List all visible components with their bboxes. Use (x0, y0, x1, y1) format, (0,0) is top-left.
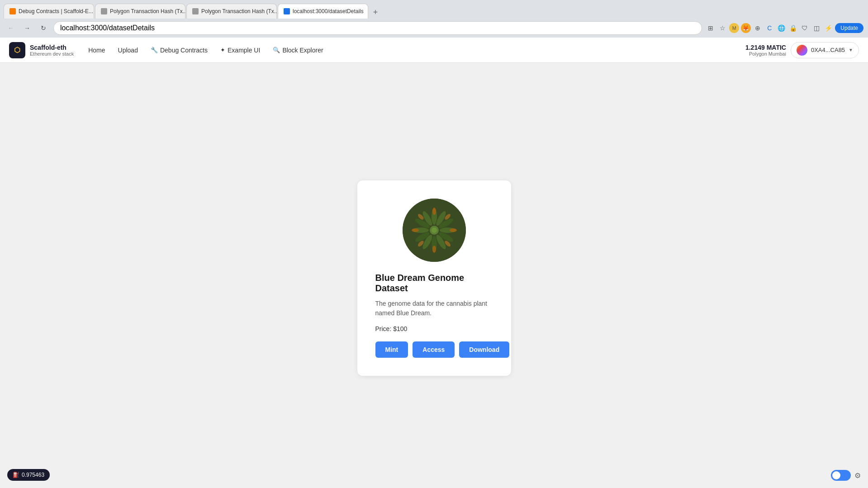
new-tab-button[interactable]: + (369, 6, 382, 19)
wallet-address: 0XA4...CA85 (811, 47, 845, 53)
address-bar[interactable]: localhost:3000/datasetDetails (53, 21, 702, 35)
tab-2[interactable]: Polygon Transaction Hash (Tx... ✕ (95, 4, 185, 19)
address-bar-row: ← → ↻ localhost:3000/datasetDetails ⊞ ☆ … (0, 19, 868, 38)
gas-value: 0.975463 (22, 472, 44, 478)
nav-example[interactable]: ✦ Example UI (215, 44, 266, 57)
gas-badge[interactable]: ⛽ 0.975463 (7, 469, 50, 481)
card-image (403, 199, 466, 262)
tab-1-label: Debug Contracts | Scaffold-E... (19, 8, 93, 14)
dataset-card: Blue Dream Genome Dataset The genome dat… (357, 180, 511, 376)
main-content: Blue Dream Genome Dataset The genome dat… (0, 63, 868, 488)
update-button[interactable]: Update (835, 23, 863, 33)
brand-name: Scaffold-eth (30, 44, 74, 51)
app-navbar: ⬡ Scaffold-eth Ethereum dev stack Home U… (0, 38, 868, 63)
bookmark-icon[interactable]: ☆ (717, 23, 727, 33)
tab-3[interactable]: Polygon Transaction Hash (Tx... ✕ (186, 4, 277, 19)
nav-upload[interactable]: Upload (113, 44, 143, 57)
tab-1[interactable]: Debug Contracts | Scaffold-E... ✕ (4, 4, 94, 19)
nav-explorer-label: Block Explorer (282, 47, 323, 54)
nav-debug-label: Debug Contracts (160, 47, 208, 54)
matic-network: Polygon Mumbai (745, 51, 786, 57)
settings-icon[interactable]: ⚙ (854, 471, 861, 480)
brand-logo-area[interactable]: ⬡ Scaffold-eth Ethereum dev stack (9, 42, 74, 58)
brand-text: Scaffold-eth Ethereum dev stack (30, 44, 74, 57)
url-text: localhost:3000/datasetDetails (60, 24, 155, 32)
svg-point-23 (432, 227, 437, 233)
nav-home[interactable]: Home (83, 44, 110, 57)
access-button[interactable]: Access (413, 341, 455, 358)
toggle-knob (832, 471, 840, 479)
forward-button[interactable]: → (21, 22, 33, 34)
ext-5[interactable]: 🌐 (776, 23, 786, 33)
ext-3[interactable]: ⊕ (753, 23, 763, 33)
tab-4-favicon (284, 8, 290, 14)
card-description: The genome data for the cannabis plant n… (375, 299, 493, 318)
explorer-icon: 🔍 (273, 47, 280, 53)
brand-sub: Ethereum dev stack (30, 51, 74, 57)
card-price: Price: $100 (375, 325, 408, 332)
example-icon: ✦ (220, 47, 225, 53)
wallet-button[interactable]: 0XA4...CA85 ▼ (791, 42, 859, 58)
theme-toggle[interactable] (831, 470, 851, 481)
tab-3-label: Polygon Transaction Hash (Tx... (201, 8, 277, 14)
svg-point-14 (432, 208, 436, 215)
card-buttons: Mint Access Download (375, 341, 510, 358)
wallet-section: 1.2149 MATIC Polygon Mumbai 0XA4...CA85 … (745, 42, 859, 58)
tab-3-favicon (192, 8, 199, 14)
extensions-icon[interactable]: ⊞ (706, 23, 716, 33)
brand-icon: ⬡ (9, 42, 25, 58)
reload-button[interactable]: ↻ (37, 22, 50, 34)
ext-7[interactable]: 🛡 (800, 23, 810, 33)
debug-icon: 🔧 (151, 47, 158, 53)
nav-explorer[interactable]: 🔍 Block Explorer (267, 44, 328, 57)
tab-4[interactable]: localhost:3000/datasetDetails ✕ (278, 4, 368, 19)
nav-debug[interactable]: 🔧 Debug Contracts (145, 44, 213, 57)
matic-balance: 1.2149 MATIC Polygon Mumbai (745, 44, 786, 57)
nav-home-label: Home (88, 47, 105, 54)
toggle-area: ⚙ (831, 470, 861, 481)
browser-chrome: Debug Contracts | Scaffold-E... ✕ Polygo… (0, 0, 868, 38)
matic-amount: 1.2149 MATIC (745, 44, 786, 51)
bottom-bar: ⛽ 0.975463 (7, 469, 50, 481)
wallet-avatar (797, 45, 807, 56)
ext-4[interactable]: C (764, 23, 774, 33)
browser-actions: ⊞ ☆ M 🦊 ⊕ C 🌐 🔒 🛡 ◫ ⚡ Update (706, 23, 863, 33)
tab-4-label: localhost:3000/datasetDetails (293, 8, 364, 14)
back-button[interactable]: ← (5, 22, 17, 34)
svg-point-16 (450, 228, 457, 232)
ext-1[interactable]: M (729, 23, 739, 33)
svg-point-18 (432, 246, 436, 253)
tab-bar: Debug Contracts | Scaffold-E... ✕ Polygo… (0, 0, 868, 19)
ext-6[interactable]: 🔒 (788, 23, 798, 33)
svg-point-20 (412, 228, 419, 232)
tab-2-favicon (101, 8, 107, 14)
card-title: Blue Dream Genome Dataset (375, 273, 493, 294)
tab-2-label: Polygon Transaction Hash (Tx... (110, 8, 185, 14)
tab-1-favicon (9, 8, 16, 14)
download-button[interactable]: Download (459, 341, 509, 358)
gas-icon: ⛽ (13, 472, 19, 478)
nav-links: Home Upload 🔧 Debug Contracts ✦ Example … (83, 44, 736, 57)
ext-8[interactable]: ◫ (811, 23, 821, 33)
ext-2[interactable]: 🦊 (741, 23, 751, 33)
nav-example-label: Example UI (228, 47, 260, 54)
nav-upload-label: Upload (118, 47, 138, 54)
wallet-chevron-icon: ▼ (849, 47, 853, 52)
mint-button[interactable]: Mint (375, 341, 408, 358)
ext-9[interactable]: ⚡ (823, 23, 833, 33)
